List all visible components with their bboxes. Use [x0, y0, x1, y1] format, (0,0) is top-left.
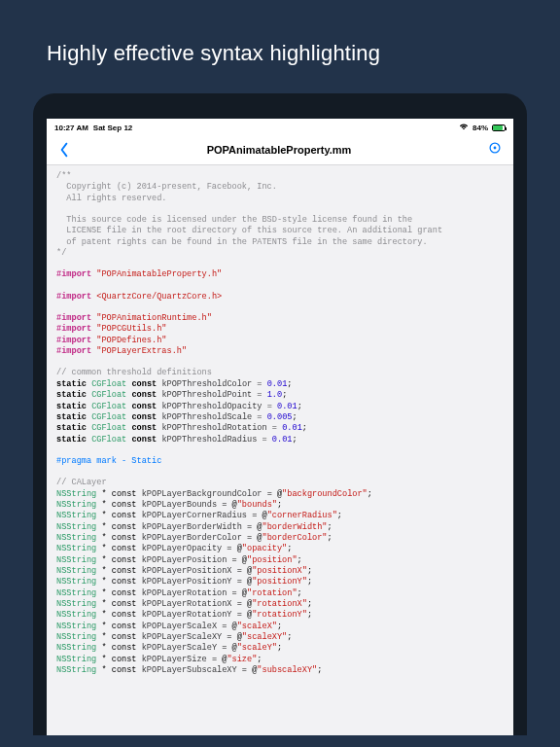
code-line: NSString * const kPOPLayerScaleXY = @"sc… [56, 632, 504, 643]
code-line: NSString * const kPOPLayerBorderColor = … [56, 533, 504, 544]
code-line: NSString * const kPOPLayerRotationY = @"… [56, 610, 504, 621]
hero-title: Highly effective syntax highlighting [0, 0, 560, 93]
code-line: static CGFloat const kPOPThresholdColor … [56, 379, 504, 390]
code-line: #pragma mark - Static [56, 456, 504, 467]
code-line: static CGFloat const kPOPThresholdOpacit… [56, 402, 504, 412]
code-line: NSString * const kPOPLayerPosition = @"p… [56, 555, 504, 566]
code-line: */ [56, 248, 504, 259]
code-line: LICENSE file in the root directory of th… [56, 226, 504, 236]
code-line: NSString * const kPOPLayerSize = @"size"… [56, 655, 504, 665]
code-line: All rights reserved. [56, 194, 504, 204]
code-line: static CGFloat const kPOPThresholdRotati… [56, 423, 504, 434]
code-line: This source code is licensed under the B… [56, 215, 504, 226]
code-line: #import "POPAnimatableProperty.h" [56, 269, 504, 280]
back-button[interactable] [58, 142, 70, 158]
navbar-title: POPAnimatableProperty.mm [207, 144, 352, 156]
code-line: NSString * const kPOPLayerPositionY = @"… [56, 577, 504, 587]
code-line: NSString * const kPOPLayerBackgroundColo… [56, 489, 504, 500]
code-line: of patent rights can be found in the PAT… [56, 237, 504, 248]
battery-percent: 84% [472, 124, 488, 132]
code-line: #import "POPAnimationRuntime.h" [56, 313, 504, 324]
code-line: NSString * const kPOPLayerBorderWidth = … [56, 522, 504, 533]
code-line: /** [56, 171, 504, 182]
action-button[interactable] [488, 141, 502, 159]
code-viewer[interactable]: /** Copyright (c) 2014-present, Facebook… [47, 165, 513, 735]
code-line: NSString * const kPOPLayerSubscaleXY = @… [56, 665, 504, 676]
status-date: Sat Sep 12 [93, 124, 132, 132]
wifi-icon [459, 123, 469, 132]
code-line: // common threshold definitions [56, 368, 504, 378]
code-line: NSString * const kPOPLayerOpacity = @"op… [56, 544, 504, 554]
status-time: 10:27 AM [54, 124, 88, 132]
code-line: #import "POPCGUtils.h" [56, 324, 504, 335]
navigation-bar: POPAnimatableProperty.mm [47, 134, 513, 165]
status-bar: 10:27 AM Sat Sep 12 84% [47, 119, 513, 134]
code-line: NSString * const kPOPLayerScaleY = @"sca… [56, 643, 504, 654]
code-line: static CGFloat const kPOPThresholdRadius… [56, 435, 504, 445]
code-line: NSString * const kPOPLayerCornerRadius =… [56, 511, 504, 521]
code-line: #import "POPDefines.h" [56, 336, 504, 346]
code-line: Copyright (c) 2014-present, Facebook, In… [56, 182, 504, 193]
code-line: // CALayer [56, 478, 504, 488]
device-screen: 10:27 AM Sat Sep 12 84% POPAnimatablePro… [47, 119, 513, 735]
battery-icon [492, 124, 506, 131]
svg-point-1 [494, 147, 497, 150]
code-line: NSString * const kPOPLayerRotationX = @"… [56, 599, 504, 610]
code-line: static CGFloat const kPOPThresholdScale … [56, 412, 504, 423]
code-line: #import "POPLayerExtras.h" [56, 346, 504, 357]
code-line: NSString * const kPOPLayerRotation = @"r… [56, 588, 504, 599]
device-bezel: 10:27 AM Sat Sep 12 84% POPAnimatablePro… [33, 93, 527, 735]
code-line: static CGFloat const kPOPThresholdPoint … [56, 390, 504, 401]
code-line: #import <QuartzCore/QuartzCore.h> [56, 292, 504, 302]
code-line: NSString * const kPOPLayerBounds = @"bou… [56, 500, 504, 511]
code-line: NSString * const kPOPLayerScaleX = @"sca… [56, 622, 504, 632]
code-line: NSString * const kPOPLayerPositionX = @"… [56, 566, 504, 577]
